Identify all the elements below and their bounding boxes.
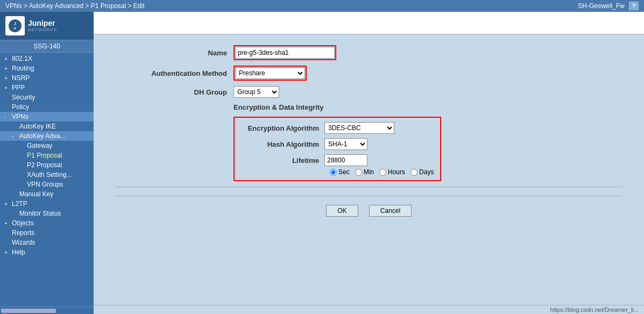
enc-algo-label: Encryption Algorithm: [241, 124, 324, 132]
hash-algo-row: Hash Algorithm SHA-1 MD5: [241, 138, 434, 150]
radio-min[interactable]: Min: [355, 168, 374, 176]
footer-url: https://blog.csdn.net/Dreamer_li...: [550, 306, 639, 313]
expand-icon: [4, 104, 11, 110]
breadcrumb: VPNs > AutoKey Advanced > P1 Proposal > …: [5, 2, 145, 10]
sidebar-item-autokey-ike[interactable]: AutoKey IKE: [0, 122, 94, 131]
radio-hours[interactable]: Hours: [379, 168, 405, 176]
expand-icon: [4, 95, 11, 101]
expand-icon: +: [4, 66, 11, 72]
radio-sec-input[interactable]: [330, 169, 337, 176]
name-label: Name: [115, 49, 233, 57]
expand-icon: +: [4, 75, 11, 81]
svg-text:J: J: [14, 22, 16, 25]
sidebar-item-security[interactable]: Security: [0, 92, 94, 102]
logo-brand: Juniper: [28, 19, 57, 27]
sidebar-logo: J ◆ Juniper NETWORKS: [0, 12, 94, 40]
name-border: [233, 45, 336, 60]
sidebar-item-label: P1 Proposal: [27, 152, 62, 159]
enc-group-border: Encryption Algorithm 3DES-CBC DES-CBC AE…: [233, 117, 441, 181]
sidebar-item-vpn-groups[interactable]: VPN Groups: [0, 180, 94, 189]
radio-days-input[interactable]: [411, 169, 417, 176]
sidebar-item-monitor[interactable]: Monitor Status: [0, 209, 94, 218]
sidebar-item-label: Manual Key: [19, 190, 53, 198]
sidebar-item-label: Security: [12, 94, 35, 101]
auth-border: Preshare DSA-Sig RSA-Sig: [233, 66, 307, 81]
hash-algo-select[interactable]: SHA-1 MD5: [324, 138, 367, 150]
auth-method-label: Authentication Method: [115, 69, 233, 77]
expand-icon: [19, 143, 26, 149]
expand-icon: [12, 124, 18, 130]
hscroll-track[interactable]: [1, 309, 56, 313]
cancel-button[interactable]: Cancel: [369, 205, 412, 217]
sidebar-item-label: XAuth Setting...: [27, 171, 72, 179]
expand-icon: +: [4, 56, 11, 62]
sidebar: J ◆ Juniper NETWORKS SSG-140 + 802.1X + …: [0, 12, 94, 314]
sidebar-item-label: Objects: [12, 219, 34, 227]
button-area: OK Cancel: [115, 196, 622, 217]
lifetime-input[interactable]: [324, 154, 367, 166]
sidebar-item-p2-proposal[interactable]: P2 Proposal: [0, 160, 94, 170]
footer: https://blog.csdn.net/Dreamer_li...: [94, 305, 644, 314]
sidebar-item-reports[interactable]: Reports: [0, 228, 94, 238]
expand-icon: +: [4, 201, 11, 207]
ok-button[interactable]: OK: [326, 205, 358, 217]
dh-group-label: DH Group: [115, 88, 233, 96]
sidebar-item-xauth[interactable]: XAuth Setting...: [0, 170, 94, 180]
expand-icon: [19, 153, 26, 159]
svg-text:◆: ◆: [14, 26, 16, 30]
sidebar-item-wizards[interactable]: Wizards: [0, 238, 94, 247]
sidebar-item-routing[interactable]: + Routing: [0, 63, 94, 73]
expand-icon: -: [4, 114, 11, 120]
enc-algo-select[interactable]: 3DES-CBC DES-CBC AES-128-CBC AES-192-CBC…: [324, 122, 394, 134]
sidebar-item-objects[interactable]: + Objects: [0, 218, 94, 228]
radio-sec-label: Sec: [338, 168, 350, 176]
sidebar-item-l2tp[interactable]: + L2TP: [0, 199, 94, 209]
radio-sec[interactable]: Sec: [330, 168, 350, 176]
form-area: Name Authentication Method Preshare DSA-…: [94, 34, 644, 305]
radio-min-label: Min: [364, 168, 374, 176]
top-bar: VPNs > AutoKey Advanced > P1 Proposal > …: [0, 0, 644, 12]
auth-method-select[interactable]: Preshare DSA-Sig RSA-Sig: [235, 67, 305, 79]
radio-hours-label: Hours: [388, 168, 405, 176]
sidebar-nav: + 802.1X + Routing + NSRP + PPP Security: [0, 53, 94, 306]
sidebar-hscroll[interactable]: [0, 306, 94, 314]
dh-group-select[interactable]: Group 1 Group 2 Group 5 Group 14: [233, 86, 279, 98]
sidebar-item-label: NSRP: [12, 74, 30, 82]
expand-icon: [4, 240, 11, 246]
sidebar-item-label: Wizards: [12, 239, 35, 246]
sidebar-item-autokey-adv[interactable]: - AutoKey Adva...: [0, 131, 94, 141]
sidebar-item-label: L2TP: [12, 200, 27, 208]
sidebar-item-ppp[interactable]: + PPP: [0, 83, 94, 92]
sidebar-item-gateway[interactable]: Gateway: [0, 141, 94, 151]
sidebar-item-vpns[interactable]: - VPNs: [0, 112, 94, 122]
sidebar-item-help[interactable]: + Help: [0, 247, 94, 257]
sidebar-item-label: Reports: [12, 229, 34, 237]
sidebar-item-manual-key[interactable]: Manual Key: [0, 189, 94, 199]
enc-group-row: Encryption Algorithm 3DES-CBC DES-CBC AE…: [115, 117, 622, 181]
sidebar-item-label: P2 Proposal: [27, 161, 62, 169]
expand-icon: [19, 172, 26, 178]
sidebar-item-policy[interactable]: Policy: [0, 102, 94, 112]
auth-method-row: Authentication Method Preshare DSA-Sig R…: [115, 66, 622, 81]
lifetime-row: Lifetime Sec Min Hours: [241, 154, 434, 176]
expand-icon: [12, 211, 18, 217]
sidebar-item-nsrp[interactable]: + NSRP: [0, 73, 94, 83]
radio-days[interactable]: Days: [411, 168, 434, 176]
expand-icon: +: [4, 85, 11, 91]
hash-algo-label: Hash Algorithm: [241, 140, 324, 148]
name-row: Name: [115, 45, 622, 60]
logo-sub: NETWORKS: [28, 27, 57, 32]
main-content: Name Authentication Method Preshare DSA-…: [94, 12, 644, 314]
sidebar-item-label: AutoKey IKE: [19, 123, 56, 130]
sidebar-item-p1-proposal[interactable]: P1 Proposal: [0, 151, 94, 160]
name-input[interactable]: [235, 47, 335, 59]
sidebar-item-8021x[interactable]: + 802.1X: [0, 54, 94, 63]
radio-min-input[interactable]: [355, 169, 362, 176]
sidebar-item-label: VPNs: [12, 113, 29, 120]
radio-days-label: Days: [419, 168, 434, 176]
radio-hours-input[interactable]: [379, 169, 386, 176]
help-button[interactable]: ?: [629, 2, 639, 10]
expand-icon: [4, 230, 11, 236]
sidebar-item-label: Gateway: [27, 142, 52, 149]
sidebar-item-label: AutoKey Adva...: [19, 132, 65, 140]
